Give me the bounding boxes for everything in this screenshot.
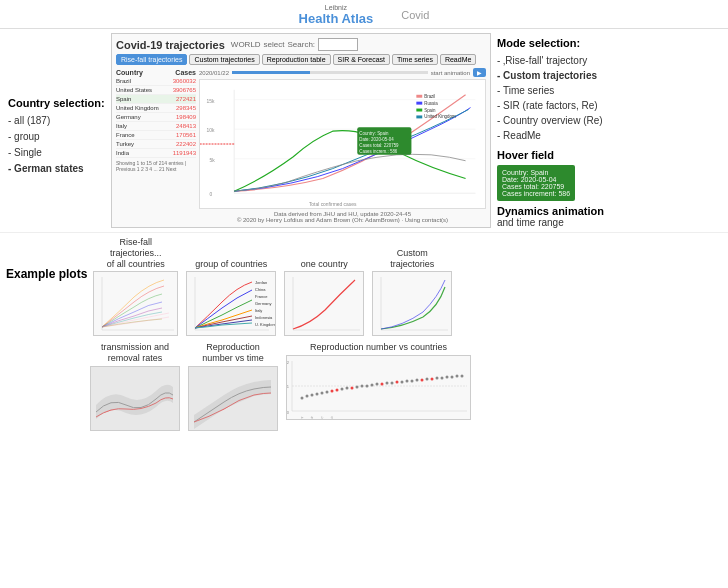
svg-point-50 xyxy=(306,395,309,398)
country-row-germany[interactable]: Germany 198409 xyxy=(116,113,196,122)
animate-button[interactable]: ▶ xyxy=(473,68,486,77)
plot-reproduction: Reproductionnumber vs time xyxy=(188,342,278,431)
country-row-uk[interactable]: United Kingdom 298345 xyxy=(116,104,196,113)
svg-rect-22 xyxy=(416,115,422,118)
svg-text:Cases total: 220759: Cases total: 220759 xyxy=(359,143,399,148)
svg-point-74 xyxy=(426,378,429,381)
tab-timeseries[interactable]: Time series xyxy=(392,54,438,65)
animation-bar: 2020/01/22 start animation ▶ xyxy=(199,68,486,77)
svg-text:Total confirmed cases: Total confirmed cases xyxy=(309,202,357,207)
svg-text:China: China xyxy=(255,287,266,292)
svg-text:10k: 10k xyxy=(207,128,215,133)
svg-point-68 xyxy=(396,381,399,384)
svg-point-57 xyxy=(341,388,344,391)
screenshot-panel: Covid-19 trajectories WORLD select Searc… xyxy=(111,33,491,232)
tab-readme[interactable]: ReadMe xyxy=(440,54,476,65)
svg-point-58 xyxy=(346,387,349,390)
country-row-france[interactable]: France 170561 xyxy=(116,131,196,140)
svg-point-55 xyxy=(331,390,334,393)
mode-item-6: ReadMe xyxy=(497,128,679,143)
cs-item-german: German states xyxy=(8,161,105,177)
svg-text:0: 0 xyxy=(210,192,213,197)
country-row-india[interactable]: India 1191943 xyxy=(116,149,196,158)
svg-rect-40 xyxy=(373,272,452,336)
app-title: Covid-19 trajectories xyxy=(116,39,225,51)
country-selection-title: Country selection: xyxy=(8,97,105,109)
svg-rect-45 xyxy=(287,356,471,420)
svg-text:Spain: Spain xyxy=(424,108,436,113)
plot-group-countries: group of countries xyxy=(186,259,276,337)
search-input[interactable] xyxy=(318,38,358,51)
svg-text:Country: Spain: Country: Spain xyxy=(359,131,389,136)
animation-slider[interactable] xyxy=(232,71,428,74)
svg-text:Cases increm.: 586: Cases increm.: 586 xyxy=(359,149,398,154)
svg-text:Jordan: Jordan xyxy=(255,280,267,285)
search-bar: WORLD select Search: xyxy=(231,38,358,51)
plot-all-svg xyxy=(94,272,178,336)
app-container: Leibniz Health Atlas Covid Country selec… xyxy=(0,0,728,435)
svg-point-69 xyxy=(401,381,404,384)
svg-point-80 xyxy=(456,375,459,378)
svg-point-56 xyxy=(336,389,339,392)
country-row-italy[interactable]: Italy 248413 xyxy=(116,122,196,131)
svg-text:Indonesia: Indonesia xyxy=(255,315,273,320)
plot-custom: Customtrajectories xyxy=(372,248,452,337)
date-end-label: start animation xyxy=(431,70,470,76)
hover-field-title: Hover field xyxy=(497,149,679,161)
cs-item-group: group xyxy=(8,129,105,145)
annotations-panel: Mode selection: ‚Rise-fall' trajectory C… xyxy=(493,33,683,232)
tab-reproduction[interactable]: Reproduction table xyxy=(262,54,331,65)
mode-list: ‚Rise-fall' trajectory Custom trajectori… xyxy=(497,53,679,143)
svg-rect-18 xyxy=(416,102,422,105)
tab-rise-fall[interactable]: Rise-fall trajectories xyxy=(116,54,187,65)
plot-transmission-label: transmission andremoval rates xyxy=(101,342,169,364)
pagination: Showing 1 to 15 of 214 entries | Previou… xyxy=(116,160,196,172)
svg-text:Germany: Germany xyxy=(255,301,271,306)
plot-one-svg xyxy=(285,272,364,336)
hover-cases-increment: Cases increment: 586 xyxy=(502,190,570,197)
svg-text:15k: 15k xyxy=(207,99,215,104)
svg-point-66 xyxy=(386,382,389,385)
plot-custom-label: Customtrajectories xyxy=(390,248,434,270)
svg-point-77 xyxy=(441,377,444,380)
svg-point-53 xyxy=(321,392,324,395)
country-row-brazil[interactable]: Brazil 3060032 xyxy=(116,77,196,86)
country-row-usa[interactable]: United States 3906765 xyxy=(116,86,196,95)
plot-repro-countries: Reproduction number vs countries xyxy=(286,342,471,420)
svg-text:U. Kingdom: U. Kingdom xyxy=(255,322,276,327)
cases-col-header: Cases xyxy=(175,69,196,76)
chart-svg: 0 5k 10k 15k Total confirmed cases xyxy=(200,80,485,208)
logo-main: Health Atlas xyxy=(299,11,374,26)
hover-date: Date: 2020-05-04 xyxy=(502,176,570,183)
mode-item-5: Country overview (Re) xyxy=(497,113,679,128)
top-section: Country selection: all (187) group Singl… xyxy=(0,29,728,232)
plot-custom-thumb xyxy=(372,271,452,336)
mode-item-1: ‚Rise-fall' trajectory xyxy=(497,53,679,68)
svg-point-60 xyxy=(356,386,359,389)
svg-point-81 xyxy=(461,375,464,378)
tab-sir[interactable]: SIR & Forecast xyxy=(333,54,390,65)
select-label: select xyxy=(264,40,285,49)
mode-item-2: Custom trajectories xyxy=(497,68,679,83)
country-col-header: Country xyxy=(116,69,143,76)
plot-group-svg: Jordan China France Germany Italy Indone… xyxy=(187,272,276,336)
country-row-turkey[interactable]: Turkey 222402 xyxy=(116,140,196,149)
hover-cases-total: Cases total: 220759 xyxy=(502,183,570,190)
logo: Leibniz Health Atlas xyxy=(299,4,374,26)
plot-one-country-label: one country xyxy=(301,259,348,270)
country-row-spain[interactable]: Spain 272421 xyxy=(116,95,196,104)
svg-point-52 xyxy=(316,393,319,396)
cs-item-single: Single xyxy=(8,145,105,161)
plot-transmission-svg xyxy=(91,367,180,431)
svg-point-73 xyxy=(421,379,424,382)
search-label: Search: xyxy=(288,40,316,49)
svg-point-65 xyxy=(381,383,384,386)
plot-transmission-thumb xyxy=(90,366,180,431)
chart-area: Country Cases Brazil 3060032 United Stat… xyxy=(116,68,486,223)
tab-custom[interactable]: Custom trajectories xyxy=(189,54,259,65)
svg-text:Italy: Italy xyxy=(255,308,262,313)
main-chart: 0 5k 10k 15k Total confirmed cases xyxy=(199,79,486,209)
plot-reproduction-svg xyxy=(189,367,278,431)
svg-point-61 xyxy=(361,385,364,388)
svg-point-62 xyxy=(366,385,369,388)
